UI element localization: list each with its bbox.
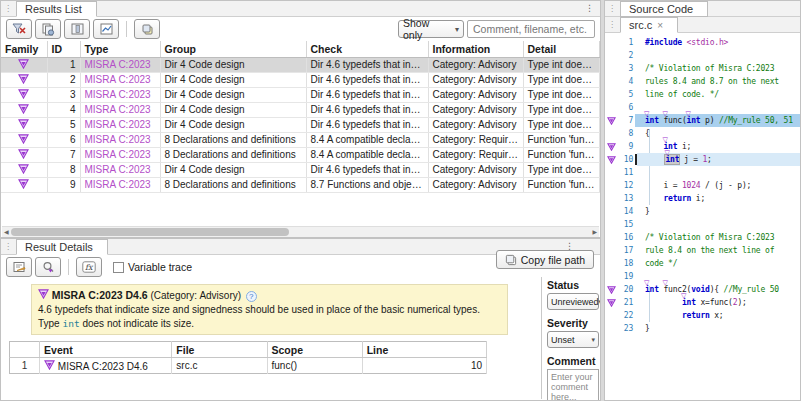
- copy-view-button[interactable]: [134, 19, 160, 39]
- copy-file-path-button[interactable]: Copy file path: [496, 250, 594, 269]
- col-type[interactable]: Type: [80, 41, 160, 57]
- results-horizontal-scrollbar[interactable]: ◀ ▶: [2, 226, 599, 237]
- result-row[interactable]: 2MISRA C:2023Dir 4 Code designDir 4.6 ty…: [1, 72, 599, 87]
- panel-drag-handle-icon[interactable]: ⋮: [605, 18, 620, 32]
- variable-access-button[interactable]: fx: [76, 257, 102, 277]
- col-check[interactable]: Check: [306, 41, 428, 57]
- code-line[interactable]: 11: [605, 166, 800, 179]
- code-text[interactable]: [635, 101, 800, 114]
- code-line[interactable]: 16/* Violation of Misra C:2023: [605, 231, 800, 244]
- code-text[interactable]: rules 8.4 and 8.7 on the next: [635, 75, 800, 88]
- result-row[interactable]: 7MISRA C:20238 Declarations and definiti…: [1, 147, 599, 162]
- code-text[interactable]: {: [635, 127, 800, 140]
- result-row[interactable]: 6MISRA C:20238 Declarations and definiti…: [1, 132, 599, 147]
- code-line[interactable]: 6: [605, 101, 800, 114]
- variable-trace-toggle[interactable]: Variable trace: [113, 261, 192, 273]
- code-line[interactable]: 19: [605, 270, 800, 283]
- code-line[interactable]: 3/* Violation of Misra C:2023: [605, 62, 800, 75]
- overflow-menu-icon[interactable]: ⋮: [585, 3, 594, 13]
- code-line[interactable]: 15: [605, 218, 800, 231]
- code-text[interactable]: i = 1024 / (j - p);: [635, 179, 800, 192]
- code-line[interactable]: 18code */: [605, 257, 800, 270]
- results-table-header[interactable]: Family ID Type Group Check Information D…: [1, 41, 599, 57]
- gutter-marker[interactable]: [605, 114, 617, 127]
- show-only-dropdown[interactable]: Show only ▾: [398, 20, 464, 38]
- col-id[interactable]: ID: [47, 41, 80, 57]
- result-row[interactable]: 5MISRA C:2023Dir 4 Code designDir 4.6 ty…: [1, 117, 599, 132]
- col-family[interactable]: Family: [1, 41, 47, 57]
- code-text[interactable]: /* Violation of Misra C:2023: [635, 62, 800, 75]
- scroll-right-icon[interactable]: ▶: [592, 228, 597, 235]
- code-text[interactable]: [635, 270, 800, 283]
- panel-drag-handle-icon[interactable]: ⋮: [1, 240, 16, 254]
- col-group[interactable]: Group: [160, 41, 306, 57]
- code-text[interactable]: code */: [635, 257, 800, 270]
- gutter-marker[interactable]: [605, 153, 617, 166]
- result-row[interactable]: 4MISRA C:2023Dir 4 Code designDir 4.6 ty…: [1, 102, 599, 117]
- code-text[interactable]: /* Violation of Misra C:2023: [635, 231, 800, 244]
- code-text[interactable]: return x;: [635, 309, 800, 322]
- col-information[interactable]: Information: [428, 41, 523, 57]
- code-line[interactable]: 8{: [605, 127, 800, 140]
- results-search-input[interactable]: [467, 20, 595, 38]
- col-detail[interactable]: Detail: [523, 41, 599, 57]
- code-line[interactable]: 21 int x=func(2);: [605, 296, 800, 309]
- panel-drag-handle-icon[interactable]: ⋮: [605, 2, 620, 16]
- graph-button[interactable]: [93, 19, 119, 39]
- result-row[interactable]: 3MISRA C:2023Dir 4 Code designDir 4.6 ty…: [1, 87, 599, 102]
- comment-textarea[interactable]: [547, 369, 599, 401]
- severity-dropdown[interactable]: Unset ▾: [547, 331, 599, 348]
- code-text[interactable]: return i;: [635, 192, 800, 205]
- clear-filter-button[interactable]: [6, 19, 32, 39]
- code-line[interactable]: 13 return i;: [605, 192, 800, 205]
- code-text[interactable]: [635, 218, 800, 231]
- code-line[interactable]: 14}: [605, 205, 800, 218]
- code-line[interactable]: 9 int i;: [605, 140, 800, 153]
- event-row[interactable]: 1 MISRA C:2023 D4.6 src.c func() 10: [10, 358, 487, 374]
- code-line[interactable]: 17rule 8.4 on the next line of: [605, 244, 800, 257]
- scrollbar-thumb[interactable]: [11, 228, 289, 236]
- code-text[interactable]: [635, 166, 800, 179]
- code-line[interactable]: 7int func(int p) //My_rule 50, 51: [605, 114, 800, 127]
- code-text[interactable]: }: [635, 205, 800, 218]
- result-row[interactable]: 8MISRA C:2023Dir 4 Code designDir 4.6 ty…: [1, 162, 599, 177]
- code-text[interactable]: line of code. */: [635, 88, 800, 101]
- code-text[interactable]: [635, 49, 800, 62]
- code-line[interactable]: 5line of code. */: [605, 88, 800, 101]
- code-text[interactable]: rule 8.4 on the next line of: [635, 244, 800, 257]
- help-icon[interactable]: ?: [246, 291, 257, 302]
- code-line[interactable]: 20int func2(void){ //My_rule 50: [605, 283, 800, 296]
- layout-button[interactable]: [64, 19, 90, 39]
- status-dropdown[interactable]: Unreviewed ▾: [547, 293, 599, 310]
- gutter-marker[interactable]: [605, 283, 617, 296]
- code-line[interactable]: 4rules 8.4 and 8.7 on the next: [605, 75, 800, 88]
- code-line[interactable]: 22 return x;: [605, 309, 800, 322]
- result-row[interactable]: 9MISRA C:20238 Declarations and definiti…: [1, 177, 599, 192]
- gutter-marker[interactable]: [605, 140, 617, 153]
- variable-trace-checkbox[interactable]: [113, 262, 124, 273]
- code-line[interactable]: 10 int j = 1;: [605, 153, 800, 166]
- code-text[interactable]: int i;: [635, 140, 800, 153]
- code-line[interactable]: 12 i = 1024 / (j - p);: [605, 179, 800, 192]
- show-in-results-button[interactable]: [35, 257, 61, 277]
- code-area[interactable]: 1#include <stdio.h>23/* Violation of Mis…: [605, 33, 800, 335]
- code-text[interactable]: int x=func(2);: [635, 296, 800, 309]
- code-text[interactable]: int func(int p) //My_rule 50, 51: [635, 114, 800, 127]
- code-line[interactable]: 1#include <stdio.h>: [605, 36, 800, 49]
- tab-result-details[interactable]: Result Details: [16, 239, 108, 255]
- open-review-button[interactable]: [6, 257, 32, 277]
- code-text[interactable]: #include <stdio.h>: [635, 36, 800, 49]
- code-line[interactable]: 2: [605, 49, 800, 62]
- close-icon[interactable]: ×: [657, 20, 663, 31]
- scroll-left-icon[interactable]: ◀: [4, 228, 9, 235]
- tab-src-c[interactable]: src.c×: [620, 17, 678, 33]
- gutter-marker[interactable]: [605, 296, 617, 309]
- tab-results-list[interactable]: Results List: [16, 1, 97, 17]
- panel-drag-handle-icon[interactable]: ⋮: [1, 2, 16, 16]
- code-text[interactable]: int func2(void){ //My_rule 50: [635, 283, 800, 296]
- code-line[interactable]: 23}: [605, 322, 800, 335]
- generate-report-button[interactable]: [35, 19, 61, 39]
- code-text[interactable]: int j = 1;: [637, 153, 800, 166]
- result-row[interactable]: 1MISRA C:2023Dir 4 Code designDir 4.6 ty…: [1, 57, 599, 72]
- code-text[interactable]: }: [635, 322, 800, 335]
